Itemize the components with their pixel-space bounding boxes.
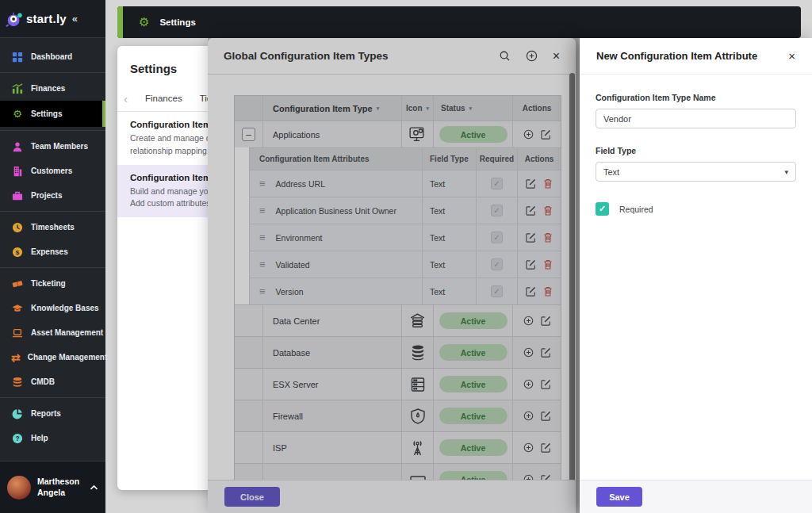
required-label: Required [619,205,653,214]
svg-text:?: ? [15,435,19,442]
robot-logo-icon [5,10,24,29]
field-type-label: Field Type [596,146,796,155]
save-button[interactable]: Save [596,487,642,507]
required-checkbox[interactable]: ✓ [596,202,609,216]
tab-scroll-left-icon[interactable]: ‹ [124,92,136,105]
settings-gear-icon: ⚙ [11,108,24,121]
header-gear-icon: ⚙ [139,15,149,29]
sidebar: start.ly « Dashboard Finances ⚙ Settings… [0,0,105,513]
divider [0,211,105,212]
sidebar-item-change-management[interactable]: ⇄ Change Management [0,345,105,369]
sidebar-item-asset-management[interactable]: Asset Management [0,320,105,345]
svg-text:$: $ [16,249,20,256]
tab-finances[interactable]: Finances [145,94,182,103]
laptop-icon [11,327,24,339]
field-type-value: Text [603,167,619,177]
sidebar-nav: Dashboard Finances ⚙ Settings Team Membe… [0,38,105,450]
building-icon [11,165,24,178]
drawer-body: Configuration Item Type Name Field Type … [580,75,812,234]
database-icon [11,376,24,389]
sidebar-collapse-icon[interactable]: « [72,13,78,25]
drawer-footer: Save [580,480,812,513]
sidebar-item-finances[interactable]: Finances [0,76,105,101]
sidebar-item-dashboard[interactable]: Dashboard [0,44,105,69]
new-attribute-drawer: New Configuration Item Attribute × Confi… [580,38,812,513]
sidebar-item-knowledge-bases[interactable]: Knowledge Bases [0,296,105,320]
graduation-cap-icon [11,302,24,315]
ci-type-name-input[interactable] [596,109,796,128]
help-icon: ? [11,432,24,445]
drawer-close-icon[interactable]: × [788,50,795,62]
finances-chart-icon [11,82,24,95]
user-name: Martheson Angela [37,477,83,498]
dollar-icon: $ [11,246,24,258]
sidebar-item-reports[interactable]: Reports [0,401,105,426]
sidebar-item-settings[interactable]: ⚙ Settings [0,101,105,127]
pie-chart-icon [11,408,24,420]
brand-logo: start.ly « [0,0,105,38]
required-row: ✓ Required [596,202,796,216]
sidebar-item-help[interactable]: ? Help [0,426,105,450]
user-menu[interactable]: Martheson Angela [0,461,105,513]
divider [0,72,105,73]
sidebar-item-projects[interactable]: Projects [0,183,105,208]
chevron-up-icon[interactable] [90,484,98,491]
header-accent-bar [117,6,123,38]
select-caret-icon: ▾ [784,168,788,176]
sidebar-item-cmdb[interactable]: CMDB [0,369,105,394]
sidebar-item-ticketing[interactable]: Ticketing [0,271,105,296]
page-title: Settings [159,17,195,27]
person-icon [11,140,24,153]
divider [0,130,105,131]
sidebar-item-expenses[interactable]: $ Expenses [0,239,105,264]
sidebar-item-team-members[interactable]: Team Members [0,134,105,159]
name-field-label: Configuration Item Type Name [596,93,796,102]
dashboard-icon [11,51,24,63]
sidebar-item-timesheets[interactable]: Timesheets [0,215,105,239]
divider [0,397,105,398]
modal-dim-overlay [208,38,580,513]
clock-icon [11,221,24,234]
drawer-title: New Configuration Item Attribute [596,50,788,62]
avatar [7,476,31,500]
brand-name: start.ly [26,12,67,25]
briefcase-icon [11,190,24,202]
drawer-header: New Configuration Item Attribute × [580,38,812,75]
field-type-select[interactable]: Text ▾ [596,162,796,182]
sidebar-item-customers[interactable]: Customers [0,159,105,183]
swap-arrows-icon: ⇄ [11,351,21,364]
divider [0,267,105,268]
page-header: ⚙ Settings [117,6,801,38]
ticket-icon [11,278,24,290]
